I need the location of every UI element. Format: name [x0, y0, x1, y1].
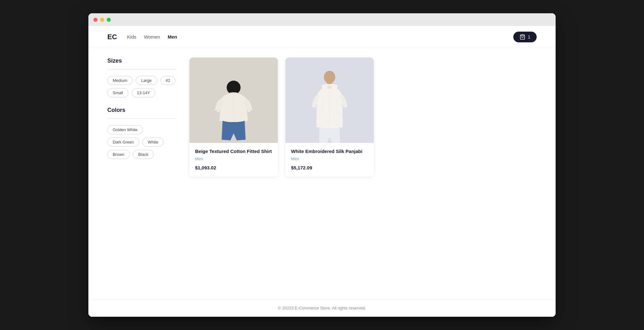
main-layout: Sizes Medium Large 42 Small 13-14Y Color…: [88, 48, 556, 299]
browser-content: EC Kids Women Men 1 Sizes: [88, 26, 556, 317]
color-tag-golden-white[interactable]: Golden White: [107, 125, 143, 134]
main-nav: Kids Women Men: [127, 33, 514, 41]
svg-point-5: [324, 71, 335, 83]
size-tag-13-14y[interactable]: 13-14Y: [132, 88, 156, 97]
nav-men[interactable]: Men: [168, 33, 177, 41]
color-tag-brown[interactable]: Brown: [107, 150, 130, 159]
colors-title: Colors: [107, 107, 177, 113]
size-tag-medium[interactable]: Medium: [107, 76, 133, 85]
size-tag-small[interactable]: Small: [107, 88, 128, 97]
nav-kids[interactable]: Kids: [127, 33, 136, 41]
browser-titlebar: [88, 13, 556, 26]
product-card-1[interactable]: Beige Textured Cotton Fitted Shirt Men $…: [189, 58, 278, 177]
logo[interactable]: EC: [107, 33, 117, 41]
product-info-2: White Embroidered Silk Panjabi Men $5,17…: [285, 143, 374, 177]
products-grid: Beige Textured Cotton Fitted Shirt Men $…: [189, 58, 374, 290]
product-category-2: Men: [291, 156, 368, 161]
colors-divider: [107, 119, 177, 119]
cart-count: 1: [528, 34, 530, 40]
close-button[interactable]: [93, 18, 98, 22]
size-tag-42[interactable]: 42: [160, 76, 176, 85]
browser-window: EC Kids Women Men 1 Sizes: [88, 13, 556, 317]
color-tag-dark-green[interactable]: Dark Green: [107, 138, 139, 147]
maximize-button[interactable]: [107, 18, 111, 22]
product-price-2: $5,172.09: [291, 165, 368, 170]
product-image-1: [189, 58, 278, 143]
product-info-1: Beige Textured Cotton Fitted Shirt Men $…: [189, 143, 278, 177]
nav-women[interactable]: Women: [144, 33, 160, 41]
color-tag-white[interactable]: White: [142, 138, 164, 147]
product-price-1: $1,093.02: [195, 165, 272, 170]
cart-icon: [520, 34, 525, 40]
sizes-group: Medium Large 42 Small 13-14Y: [107, 76, 177, 97]
size-tag-large[interactable]: Large: [136, 76, 157, 85]
footer-text: © 20223 E-Commerce Store. All rights res…: [278, 306, 366, 310]
minimize-button[interactable]: [100, 18, 104, 22]
sizes-title: Sizes: [107, 58, 177, 64]
product-image-svg-1: [189, 58, 278, 143]
product-name-1: Beige Textured Cotton Fitted Shirt: [195, 148, 272, 155]
sidebar: Sizes Medium Large 42 Small 13-14Y Color…: [107, 58, 177, 290]
product-category-1: Men: [195, 156, 272, 161]
header: EC Kids Women Men 1: [88, 26, 556, 48]
product-name-2: White Embroidered Silk Panjabi: [291, 148, 368, 155]
cart-button[interactable]: 1: [513, 32, 537, 42]
colors-group: Golden White Dark Green White Brown Blac…: [107, 125, 177, 159]
product-image-2: [285, 58, 374, 143]
product-card-2[interactable]: White Embroidered Silk Panjabi Men $5,17…: [285, 58, 374, 177]
sizes-divider: [107, 69, 177, 70]
color-tag-black[interactable]: Black: [133, 150, 154, 159]
product-image-svg-2: [285, 58, 374, 143]
footer: © 20223 E-Commerce Store. All rights res…: [88, 299, 556, 317]
